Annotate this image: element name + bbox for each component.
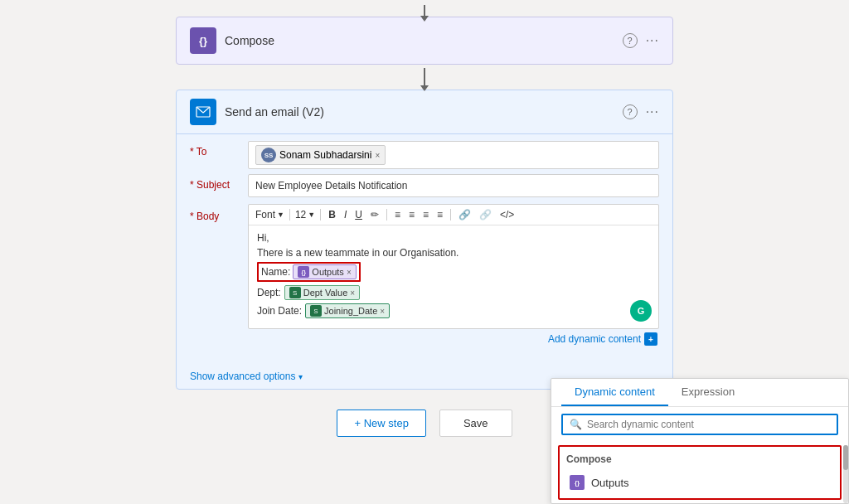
toolbar-html[interactable]: </> xyxy=(497,208,517,221)
dynamic-content-panel: Dynamic content Expression 🔍 Compose {} … xyxy=(551,378,849,504)
toolbar-align-center[interactable]: ≡ xyxy=(420,208,431,221)
email-more-icon[interactable]: ··· xyxy=(646,104,659,119)
compose-more-icon[interactable]: ··· xyxy=(646,33,659,48)
body-content[interactable]: Hi, There is a new teammate in our Organ… xyxy=(249,225,658,328)
recipient-avatar: SS xyxy=(261,148,276,162)
outputs-item[interactable]: {} Outputs xyxy=(563,470,837,495)
toolbar-unlink[interactable]: 🔗 xyxy=(477,208,494,221)
search-box[interactable]: 🔍 xyxy=(561,414,838,435)
dept-line: Dept: S Dept Value × xyxy=(257,285,650,300)
panel-scrollbar[interactable] xyxy=(843,445,848,503)
subject-field-row: * Subject New Employee Details Notificat… xyxy=(190,174,659,199)
panel-tabs: Dynamic content Expression xyxy=(551,379,848,407)
greeting-text: Hi, xyxy=(257,232,269,244)
toolbar-sep-2 xyxy=(320,209,321,220)
arrow-connector xyxy=(424,65,425,90)
toolbar-sep-3 xyxy=(386,209,387,220)
subject-input[interactable]: New Employee Details Notification xyxy=(248,174,659,197)
search-icon: 🔍 xyxy=(570,419,582,430)
chevron-down-icon: ▾ xyxy=(298,372,303,381)
join-tag-remove[interactable]: × xyxy=(380,307,385,316)
add-dynamic-row: Add dynamic content + xyxy=(248,329,659,349)
email-card-title: Send an email (V2) xyxy=(225,105,324,119)
add-dynamic-plus-icon: + xyxy=(644,332,657,346)
font-label: Font xyxy=(255,209,275,220)
body-line2-text: There is a new teammate in our Organisat… xyxy=(257,247,458,259)
tab-dynamic-content[interactable]: Dynamic content xyxy=(561,379,668,406)
join-date-line: Join Date: S Joining_Date × xyxy=(257,303,650,318)
tab-expression[interactable]: Expression xyxy=(668,379,748,406)
recipient-name: Sonam Subhadarsini xyxy=(279,149,371,161)
panel-search: 🔍 xyxy=(551,407,848,442)
subject-label: * Subject xyxy=(190,174,248,191)
name-prefix: Name: xyxy=(261,266,290,278)
toolbar-sep-1 xyxy=(289,209,290,220)
compose-help-icon[interactable]: ? xyxy=(623,33,638,48)
greeting-line: Hi, xyxy=(257,232,650,244)
compose-section: Compose {} Outputs xyxy=(558,445,842,500)
body-editor[interactable]: Font ▼ 12 ▼ B I U ✏ xyxy=(248,204,659,329)
advanced-label: Show advanced options xyxy=(190,371,295,382)
font-dropdown-arrow[interactable]: ▼ xyxy=(277,211,284,219)
toolbar-align-right[interactable]: ≡ xyxy=(434,208,445,221)
grammarly-button[interactable]: G xyxy=(630,300,652,322)
outputs-item-icon: {} xyxy=(570,475,585,490)
email-icon xyxy=(190,99,216,125)
compose-title: Compose xyxy=(225,34,274,47)
toolbar-list-ul[interactable]: ≡ xyxy=(392,208,403,221)
compose-section-title: Compose xyxy=(563,450,837,470)
recipient-tag: SS Sonam Subhadarsini × xyxy=(255,145,386,165)
dept-tag-remove[interactable]: × xyxy=(350,288,355,298)
toolbar-link[interactable]: 🔗 xyxy=(456,208,473,221)
bottom-actions: + New step Save xyxy=(337,410,512,437)
dept-tag-icon: S xyxy=(289,287,301,298)
search-input[interactable] xyxy=(587,419,830,430)
toolbar-italic[interactable]: I xyxy=(342,208,349,221)
toolbar-underline[interactable]: U xyxy=(352,208,365,221)
join-tag-label: Joining_Date xyxy=(324,306,377,316)
to-input[interactable]: SS Sonam Subhadarsini × xyxy=(248,141,659,169)
font-size-value: 12 xyxy=(295,209,306,220)
toolbar-align-left[interactable]: ≡ xyxy=(406,208,417,221)
body-label: * Body xyxy=(190,204,248,222)
add-dynamic-link[interactable]: Add dynamic content + xyxy=(548,332,657,346)
fontsize-dropdown[interactable]: 12 ▼ xyxy=(295,209,315,220)
to-label: * To xyxy=(190,141,248,158)
email-card-header: Send an email (V2) ? ··· xyxy=(177,90,672,134)
dept-prefix: Dept: xyxy=(257,287,281,298)
outputs-tag-remove[interactable]: × xyxy=(347,268,352,277)
to-field-row: * To SS Sonam Subhadarsini × xyxy=(190,141,659,169)
join-date-tag[interactable]: S Joining_Date × xyxy=(305,303,390,318)
outputs-item-label: Outputs xyxy=(591,477,629,489)
toolbar-sep-4 xyxy=(450,209,451,220)
toolbar-highlight[interactable]: ✏ xyxy=(368,208,381,221)
fontsize-dropdown-arrow[interactable]: ▼ xyxy=(308,211,315,219)
compose-icon: {} xyxy=(190,27,216,54)
outputs-tag[interactable]: {} Outputs × xyxy=(293,264,356,279)
email-help-icon[interactable]: ? xyxy=(623,104,638,119)
new-step-button[interactable]: + New step xyxy=(337,410,425,437)
outputs-tag-icon: {} xyxy=(298,266,309,278)
name-line: Name: {} Outputs × xyxy=(257,262,650,282)
panel-scroll-thumb[interactable] xyxy=(843,445,848,470)
body-field-row: * Body Font ▼ 12 ▼ xyxy=(190,204,659,349)
recipient-remove-icon[interactable]: × xyxy=(375,151,380,160)
join-tag-icon: S xyxy=(310,305,322,317)
outputs-tag-label: Outputs xyxy=(312,267,344,277)
add-dynamic-label: Add dynamic content xyxy=(548,333,641,345)
editor-toolbar: Font ▼ 12 ▼ B I U ✏ xyxy=(249,205,658,225)
toolbar-bold[interactable]: B xyxy=(326,208,338,221)
dept-tag[interactable]: S Dept Value × xyxy=(284,285,360,300)
compose-card: {} Compose ? ··· xyxy=(176,17,673,65)
email-form-body: * To SS Sonam Subhadarsini × * xyxy=(177,134,672,364)
dept-tag-label: Dept Value xyxy=(303,288,348,298)
email-card: Send an email (V2) ? ··· * To SS Son xyxy=(176,90,673,390)
join-date-prefix: Join Date: xyxy=(257,305,302,317)
body-line-2: There is a new teammate in our Organisat… xyxy=(257,247,650,259)
name-tag-wrapper: Name: {} Outputs × xyxy=(257,262,361,282)
save-button[interactable]: Save xyxy=(439,410,512,437)
font-dropdown[interactable]: Font ▼ xyxy=(255,209,284,220)
